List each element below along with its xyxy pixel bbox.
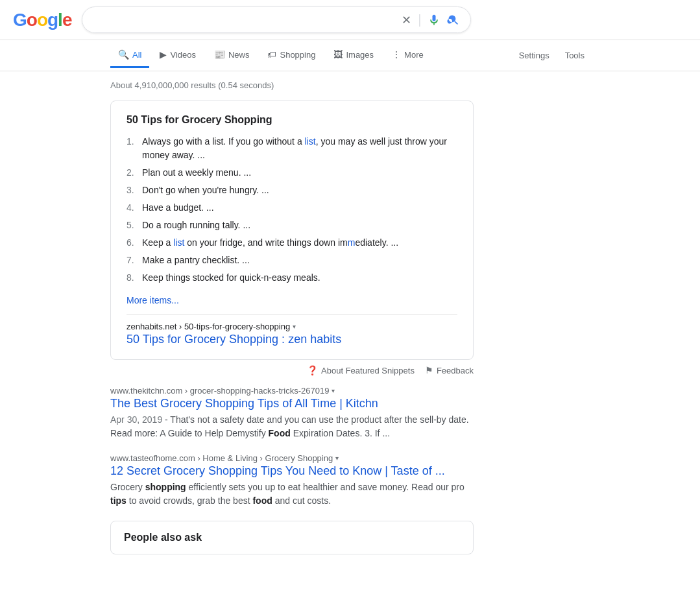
source-url: zenhabits.net › 50-tips-for-grocery-shop… — [127, 322, 457, 331]
shopping-icon: 🏷 — [267, 49, 276, 60]
voice-search-button[interactable] — [428, 14, 441, 27]
tab-all[interactable]: 🔍 All — [110, 43, 149, 68]
nav-utilities: Settings Tools — [514, 44, 590, 67]
result-title-1[interactable]: The Best Grocery Shopping Tips of All Ti… — [110, 397, 474, 410]
more-items-link[interactable]: More items... — [127, 295, 179, 305]
feedback-link[interactable]: ⚑ Feedback — [425, 365, 474, 375]
source-title-link[interactable]: 50 Tips for Grocery Shopping : zen habit… — [127, 333, 457, 346]
list-item: 8. Keep things stocked for quick-n-easy … — [127, 271, 457, 285]
search-button[interactable] — [447, 14, 460, 27]
result-url-1: www.thekitchn.com › grocer-shopping-hack… — [110, 386, 474, 396]
result-title-2[interactable]: 12 Secret Grocery Shopping Tips You Need… — [110, 464, 474, 478]
list-item: 4. Have a budget. ... — [127, 201, 457, 215]
tab-more[interactable]: ⋮ More — [384, 43, 431, 68]
snippet-title: 50 Tips for Grocery Shopping — [127, 114, 457, 126]
snippet-footer: ❓ About Featured Snippets ⚑ Feedback — [110, 365, 474, 375]
news-icon: 📰 — [214, 49, 225, 60]
paa-title: People also ask — [124, 532, 460, 543]
flag-icon: ⚑ — [425, 365, 433, 375]
list-item: 1. Always go with a list. If you go with… — [127, 135, 457, 162]
result-item-1: www.thekitchn.com › grocer-shopping-hack… — [110, 386, 474, 440]
result-count: About 4,910,000,000 results (0.54 second… — [110, 80, 474, 90]
all-icon: 🔍 — [118, 49, 129, 60]
caret-down-icon[interactable]: ▾ — [335, 455, 339, 462]
snippet-list: 1. Always go with a list. If you go with… — [127, 135, 457, 285]
search-input[interactable]: tips for food shopping — [93, 14, 395, 26]
about-featured-snippets-link[interactable]: ❓ About Featured Snippets — [307, 365, 415, 375]
results-area: About 4,910,000,000 results (0.54 second… — [0, 71, 584, 564]
result-item-2: www.tasteofhome.com › Home & Living › Gr… — [110, 453, 474, 508]
more-dots-icon: ⋮ — [392, 49, 401, 60]
search-icon — [447, 14, 460, 27]
snippet-source: zenhabits.net › 50-tips-for-grocery-shop… — [127, 315, 457, 346]
list-item: 5. Do a rough running tally. ... — [127, 219, 457, 232]
clear-icon[interactable]: ✕ — [402, 13, 411, 27]
search-box: tips for food shopping ✕ | — [82, 6, 471, 33]
tools-link[interactable]: Tools — [560, 44, 590, 67]
microphone-icon — [428, 14, 441, 27]
people-also-ask: People also ask — [110, 521, 474, 554]
list-item: 3. Don't go when you're hungry. ... — [127, 184, 457, 197]
images-icon: 🖼 — [333, 49, 343, 60]
tab-shopping[interactable]: 🏷 Shopping — [259, 43, 323, 68]
settings-link[interactable]: Settings — [514, 44, 555, 67]
featured-snippet: 50 Tips for Grocery Shopping 1. Always g… — [110, 101, 474, 360]
caret-down-icon[interactable]: ▾ — [332, 387, 335, 394]
caret-down-icon[interactable]: ▾ — [293, 323, 296, 330]
list-item: 2. Plan out a weekly menu. ... — [127, 166, 457, 180]
header: Google tips for food shopping ✕ | — [0, 0, 700, 40]
videos-icon: ▶ — [160, 49, 167, 60]
result-url-2: www.tasteofhome.com › Home & Living › Gr… — [110, 453, 474, 463]
nav-tabs: 🔍 All ▶ Videos 📰 News 🏷 Shopping 🖼 Image… — [0, 40, 700, 71]
list-item: 6. Keep a list on your fridge, and write… — [127, 236, 457, 250]
tab-videos[interactable]: ▶ Videos — [152, 43, 204, 68]
tab-news[interactable]: 📰 News — [206, 43, 258, 68]
list-item: 7. Make a pantry checklist. ... — [127, 254, 457, 267]
result-snippet-1: Apr 30, 2019 - That's not a safety date … — [110, 413, 474, 440]
google-logo[interactable]: Google — [13, 10, 71, 30]
tab-images[interactable]: 🖼 Images — [326, 43, 381, 68]
result-snippet-2: Grocery shopping efficiently sets you up… — [110, 481, 474, 508]
question-circle-icon: ❓ — [307, 365, 318, 375]
